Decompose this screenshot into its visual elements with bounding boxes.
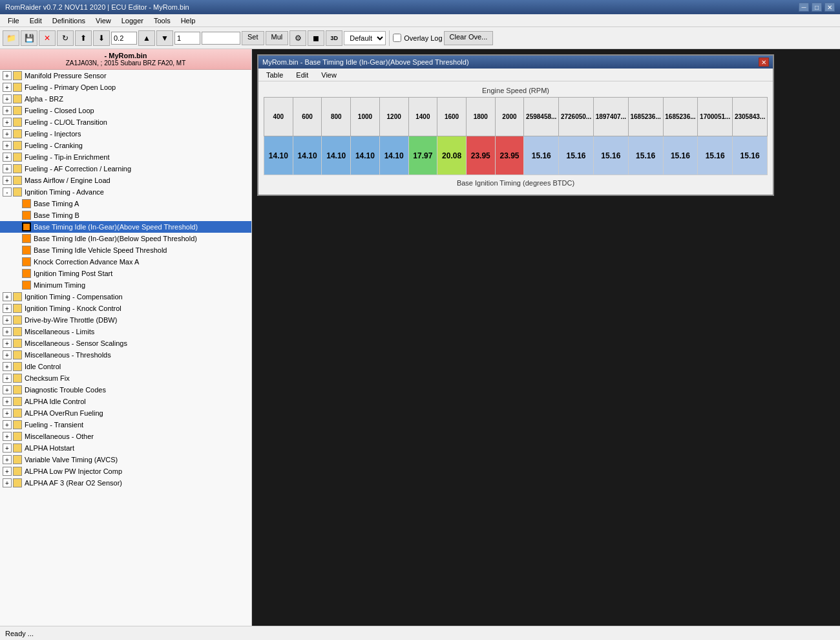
toolbar-set-btn[interactable]: Set (242, 31, 264, 45)
expand-btn[interactable]: + (3, 164, 12, 173)
menu-edit[interactable]: Edit (25, 16, 47, 26)
menu-view[interactable]: View (90, 16, 116, 26)
toolbar-save-btn[interactable]: 💾 (21, 30, 37, 46)
menu-definitions[interactable]: Definitions (47, 16, 90, 26)
expand-btn[interactable]: + (3, 327, 12, 336)
expand-btn[interactable]: + (3, 397, 12, 406)
expand-btn[interactable]: + (3, 432, 12, 441)
sidebar-item-vvt[interactable]: + Variable Valve Timing (AVCS) (0, 454, 251, 465)
sidebar-item-misc-limits[interactable]: + Miscellaneous - Limits (0, 326, 251, 337)
data-cell-5[interactable]: 17.97 (408, 136, 437, 175)
sidebar-item-fueling-primary[interactable]: + Fueling - Primary Open Loop (0, 81, 251, 93)
data-cell-15[interactable]: 15.16 (733, 136, 768, 175)
data-cell-2[interactable]: 14.10 (322, 136, 351, 175)
sidebar-item-fueling-injectors[interactable]: + Fueling - Injectors (0, 128, 251, 140)
data-cell-13[interactable]: 15.16 (663, 136, 698, 175)
menu-help[interactable]: Help (176, 16, 201, 26)
toolbar-open-btn[interactable]: 📁 (3, 30, 19, 46)
sidebar-item-drive-by-wire[interactable]: + Drive-by-Wire Throttle (DBW) (0, 314, 251, 326)
sidebar-item-misc-thresholds[interactable]: + Miscellaneous - Thresholds (0, 349, 251, 361)
sidebar-item-fueling-tipin[interactable]: + Fueling - Tip-in Enrichment (0, 151, 251, 163)
menu-tools[interactable]: Tools (149, 16, 176, 26)
data-cell-14[interactable]: 15.16 (698, 136, 733, 175)
expand-btn[interactable]: + (3, 141, 12, 150)
sidebar-item-ignition-compensation[interactable]: + Ignition Timing - Compensation (0, 291, 251, 303)
toolbar-settings-btn[interactable]: ⚙ (289, 30, 306, 46)
data-cell-4[interactable]: 14.10 (379, 136, 408, 175)
data-cell-10[interactable]: 15.16 (559, 136, 594, 175)
toolbar-compare-btn[interactable]: ◼ (308, 30, 324, 46)
clear-ove-btn[interactable]: Clear Ove... (444, 31, 494, 45)
sidebar-item-alpha-af3[interactable]: + ALPHA AF 3 (Rear O2 Sensor) (0, 477, 251, 489)
sidebar-item-misc-other[interactable]: + Miscellaneous - Other (0, 431, 251, 442)
toolbar-value-input3[interactable] (202, 32, 240, 45)
toolbar-refresh-btn[interactable]: ↻ (57, 30, 74, 46)
sidebar-item-fueling-af[interactable]: + Fueling - AF Correction / Learning (0, 163, 251, 175)
expand-btn[interactable]: + (3, 304, 12, 313)
sidebar-item-idle-control[interactable]: + Idle Control (0, 361, 251, 372)
toolbar-mul-btn[interactable]: Mul (266, 31, 289, 45)
sidebar-item-alpha-idle[interactable]: + ALPHA Idle Control (0, 396, 251, 407)
expand-btn[interactable]: + (3, 129, 12, 138)
overlay-log-checkbox[interactable] (393, 34, 401, 42)
sidebar-item-checksum[interactable]: + Checksum Fix (0, 372, 251, 384)
sidebar-item-base-timing-idle-vehicle[interactable]: Base Timing Idle Vehicle Speed Threshold (0, 244, 251, 256)
sidebar-item-fueling-transient[interactable]: + Fueling - Transient (0, 419, 251, 431)
sidebar-item-alpha-low-pw[interactable]: + ALPHA Low PW Injector Comp (0, 465, 251, 477)
toolbar-3d-btn[interactable]: 3D (326, 30, 342, 46)
maximize-button[interactable]: □ (812, 3, 822, 12)
close-button[interactable]: ✕ (824, 3, 835, 12)
data-cell-12[interactable]: 15.16 (628, 136, 663, 175)
expand-btn[interactable]: + (3, 94, 12, 103)
expand-btn[interactable]: + (3, 385, 12, 394)
sidebar-item-base-timing-a[interactable]: Base Timing A (0, 198, 251, 209)
data-cell-11[interactable]: 15.16 (593, 136, 628, 175)
expand-btn[interactable]: + (3, 455, 12, 464)
sidebar-item-minimum-timing[interactable]: Minimum Timing (0, 279, 251, 291)
sidebar-item-alpha-brz[interactable]: + Alpha - BRZ (0, 93, 251, 105)
expand-btn[interactable]: + (3, 374, 12, 383)
sidebar-item-base-timing-idle-above[interactable]: Base Timing Idle (In-Gear)(Above Speed T… (0, 221, 251, 233)
expand-btn[interactable]: + (3, 315, 12, 325)
sidebar-item-fueling-closed[interactable]: + Fueling - Closed Loop (0, 105, 251, 116)
toolbar-down-arrow-btn[interactable]: ⬇ (93, 30, 110, 46)
sidebar-item-misc-sensor[interactable]: + Miscellaneous - Sensor Scalings (0, 337, 251, 349)
sidebar-item-ignition-advance[interactable]: - Ignition Timing - Advance (0, 186, 251, 198)
sidebar-item-mass-airflow[interactable]: + Mass Airflow / Engine Load (0, 175, 251, 186)
expand-btn[interactable]: - (3, 187, 12, 197)
minimize-button[interactable]: ─ (799, 3, 809, 12)
data-cell-6[interactable]: 20.08 (437, 136, 467, 175)
sidebar-item-base-timing-idle-below[interactable]: Base Timing Idle (In-Gear)(Below Speed T… (0, 233, 251, 244)
sidebar-item-alpha-hotstart[interactable]: + ALPHA Hotstart (0, 442, 251, 454)
expand-btn[interactable]: + (3, 350, 12, 359)
expand-btn[interactable]: + (3, 409, 12, 418)
expand-btn[interactable]: + (3, 443, 12, 453)
expand-btn[interactable]: + (3, 467, 12, 476)
data-cell-8[interactable]: 23.95 (495, 136, 524, 175)
expand-btn[interactable]: + (3, 118, 12, 127)
menu-file[interactable]: File (3, 16, 25, 26)
sidebar-item-ignition-knock[interactable]: + Ignition Timing - Knock Control (0, 303, 251, 314)
toolbar-value-input2[interactable] (174, 32, 200, 45)
data-cell-9[interactable]: 15.16 (524, 136, 559, 175)
data-cell-7[interactable]: 23.95 (466, 136, 495, 175)
table-menu-view[interactable]: View (316, 70, 342, 80)
table-menu-table[interactable]: Table (261, 70, 288, 80)
expand-btn[interactable]: + (3, 478, 12, 487)
sidebar-item-fueling-clol[interactable]: + Fueling - CL/OL Transition (0, 116, 251, 128)
expand-btn[interactable]: + (3, 292, 12, 301)
sidebar-item-knock-correction[interactable]: Knock Correction Advance Max A (0, 256, 251, 268)
toolbar-value-input1[interactable] (111, 32, 137, 45)
table-menu-edit[interactable]: Edit (291, 70, 313, 80)
sidebar-item-dtc[interactable]: + Diagnostic Trouble Codes (0, 384, 251, 396)
sidebar-item-ignition-post-start[interactable]: Ignition Timing Post Start (0, 268, 251, 279)
expand-btn[interactable]: + (3, 339, 12, 348)
toolbar-view-select[interactable]: Default (344, 31, 386, 45)
toolbar-up2-btn[interactable]: ▲ (138, 30, 155, 46)
sidebar-item-manifold[interactable]: + Manifold Pressure Sensor (0, 70, 251, 81)
expand-btn[interactable]: + (3, 106, 12, 115)
expand-btn[interactable]: + (3, 153, 12, 162)
expand-btn[interactable]: + (3, 420, 12, 429)
menu-logger[interactable]: Logger (116, 16, 149, 26)
sidebar-item-fueling-cranking[interactable]: + Fueling - Cranking (0, 140, 251, 151)
